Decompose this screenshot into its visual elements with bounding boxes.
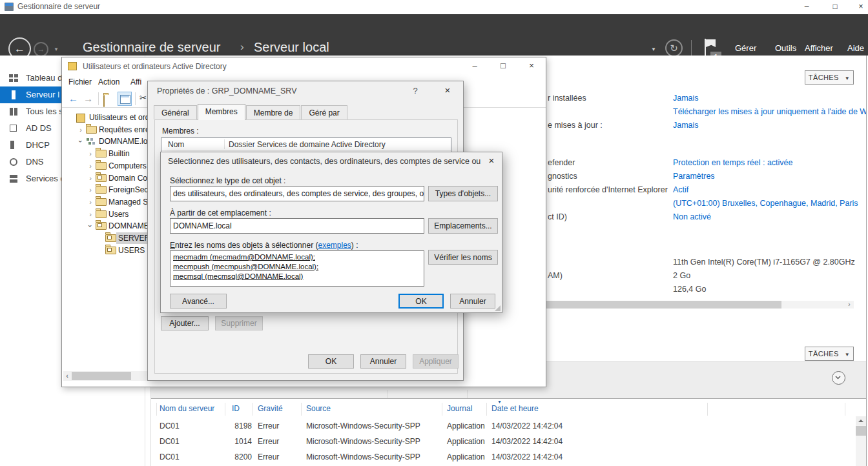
history-dropdown-icon[interactable]: ▼ [54, 46, 59, 52]
property-value[interactable]: Jamais [673, 94, 699, 103]
column-divider[interactable] [707, 403, 708, 416]
property-value[interactable]: Actif [673, 185, 688, 194]
maximize-icon[interactable]: □ [492, 57, 514, 74]
ou-folder-icon [96, 174, 107, 182]
advanced-button[interactable]: Avancé... [170, 294, 227, 309]
column-header-2[interactable]: Gravité [258, 404, 283, 413]
chevron-collapsed-icon[interactable]: › [87, 184, 94, 196]
property-value[interactable]: Jamais [673, 121, 699, 130]
location-field[interactable]: DOMNAME.local [170, 218, 424, 234]
minimize-icon[interactable]: – [796, 0, 818, 14]
column-divider[interactable] [486, 403, 487, 416]
maximize-icon[interactable]: □ [824, 0, 846, 14]
menu-affi[interactable]: Affi [130, 77, 141, 86]
object-names-field[interactable]: mecmadm (mecmadm@DOMNAME.local);mecmpush… [170, 250, 424, 287]
check-names-button[interactable]: Vérifier les noms [428, 250, 498, 265]
dialog-title: Propriétés de : GRP_DOMNAME_SRV [157, 86, 297, 96]
property-value[interactable]: (UTC+01:00) Bruxelles, Copenhague, Madri… [673, 199, 858, 208]
column-divider[interactable] [301, 403, 302, 416]
chevron-collapsed-icon[interactable]: › [77, 124, 85, 136]
column-header-name[interactable]: Nom [168, 140, 184, 149]
property-value[interactable]: Non activé [673, 212, 711, 221]
chevron-collapsed-icon[interactable]: › [87, 148, 94, 159]
scrollbar-thumb[interactable] [856, 426, 866, 436]
chevron-collapsed-icon[interactable]: › [87, 208, 94, 220]
back-icon[interactable]: ← [68, 93, 78, 104]
column-header-1[interactable]: ID [232, 404, 240, 413]
tab-g-r-par[interactable]: Géré par [301, 105, 347, 119]
menu-aide[interactable]: Aide [847, 43, 864, 53]
show-console-tree-icon[interactable] [103, 95, 105, 107]
cut-scissors-icon[interactable]: ✂ [140, 93, 147, 103]
toolbar-divider [388, 390, 388, 399]
table-row[interactable]: DC011014ErreurMicrosoft-Windows-Security… [151, 434, 856, 449]
tab-membres[interactable]: Membres [198, 104, 245, 120]
menu-fichier[interactable]: Fichier [68, 77, 92, 86]
chevron-collapsed-icon[interactable]: › [87, 172, 94, 184]
cancel-button[interactable]: Annuler [360, 354, 406, 369]
property-label: urité renforcée d'Internet Explorer [548, 185, 668, 194]
events-vertical-scrollbar[interactable] [856, 416, 866, 466]
examples-link[interactable]: exemples [318, 241, 351, 250]
scroll-up-arrow[interactable] [856, 416, 866, 425]
close-icon[interactable]: × [521, 57, 542, 74]
table-row[interactable]: DC018200ErreurMicrosoft-Windows-Security… [151, 449, 856, 465]
add-button[interactable]: Ajouter... [161, 316, 209, 330]
column-header-ad-folder[interactable]: Dossier Services de domaine Active Direc… [229, 140, 386, 149]
table-row[interactable]: DC018198ErreurMicrosoft-Windows-Security… [151, 418, 856, 434]
scroll-right-arrow-icon[interactable]: › [845, 301, 854, 309]
close-icon[interactable]: × [482, 154, 501, 168]
menu-gérer[interactable]: Gérer [735, 43, 756, 53]
list-view-icon[interactable] [118, 92, 132, 106]
locations-button[interactable]: Emplacements... [428, 218, 498, 234]
column-header-0[interactable]: Nom du serveur [160, 404, 214, 413]
tab-membre-de[interactable]: Membre de [246, 105, 301, 119]
menu-action[interactable]: Action [98, 77, 119, 86]
property-value[interactable]: Protection en temps réel : activée [673, 158, 793, 167]
ou-folder-icon [96, 222, 107, 230]
chevron-expanded-icon[interactable]: › [85, 222, 96, 230]
menu-afficher[interactable]: Afficher [805, 43, 833, 53]
column-divider[interactable] [845, 403, 845, 416]
events-tasks-button[interactable]: TÂCHES▼ [805, 347, 854, 361]
tab-g-n-ral[interactable]: Général [154, 105, 197, 119]
chevron-expanded-icon[interactable]: › [75, 137, 87, 145]
scroll-left-arrow-icon[interactable]: ‹ [63, 371, 71, 381]
refresh-dropdown-icon[interactable]: ▼ [651, 46, 656, 52]
cancel-button[interactable]: Annuler [450, 294, 495, 309]
chevron-collapsed-icon[interactable]: › [87, 196, 94, 208]
minimize-icon[interactable]: – [464, 57, 486, 74]
properties-rows: r installéesJamaisTélécharger les mises … [546, 87, 866, 300]
column-divider[interactable] [224, 139, 225, 149]
breadcrumb-current[interactable]: Serveur local [254, 40, 329, 55]
scrollbar-thumb[interactable] [72, 372, 131, 380]
properties-tasks-button[interactable]: TÂCHES▼ [805, 70, 854, 85]
ok-button[interactable]: OK [308, 354, 354, 369]
breadcrumb-root[interactable]: Gestionnaire de serveur [83, 40, 220, 55]
column-header-5[interactable]: Date et heure [491, 404, 539, 413]
object-types-button[interactable]: Types d'objets... [428, 186, 498, 201]
scrollbar-thumb[interactable] [546, 301, 781, 309]
property-label: efender [548, 158, 575, 167]
column-header-4[interactable]: Journal [447, 404, 472, 413]
collapse-section-button[interactable] [832, 371, 845, 385]
forward-icon[interactable]: → [83, 93, 93, 104]
window-title: Gestionnaire de serveur [17, 2, 100, 11]
column-divider[interactable] [225, 403, 225, 416]
column-divider[interactable] [156, 403, 157, 416]
ok-button[interactable]: OK [398, 294, 444, 309]
menu-outils[interactable]: Outils [775, 43, 796, 53]
column-divider[interactable] [253, 403, 253, 416]
resize-grip[interactable] [495, 305, 501, 311]
column-header-3[interactable]: Source [306, 404, 331, 413]
chevron-collapsed-icon[interactable]: › [87, 160, 94, 172]
close-icon[interactable]: × [437, 83, 458, 98]
refresh-icon[interactable]: ↻ [665, 39, 683, 57]
property-value[interactable]: Paramètres [673, 172, 715, 181]
close-icon[interactable]: × [850, 0, 868, 14]
help-icon[interactable]: ? [406, 84, 424, 98]
properties-horizontal-scrollbar[interactable]: › [546, 301, 854, 309]
column-divider[interactable] [442, 403, 442, 416]
object-type-field[interactable]: des utilisateurs, des ordinateurs, des c… [170, 186, 424, 201]
property-value[interactable]: Télécharger les mises à jour uniquement … [673, 107, 866, 116]
